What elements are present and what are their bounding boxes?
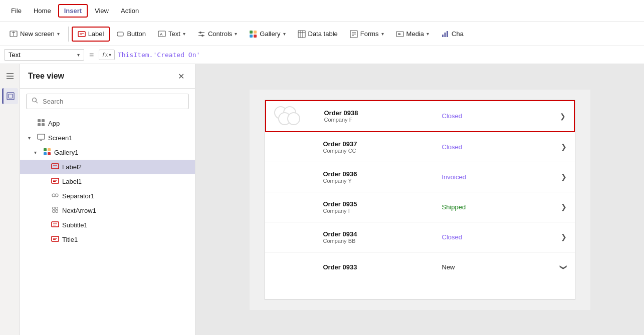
main-layout: Tree view ✕ [0, 64, 644, 335]
label-label: Label [88, 30, 104, 38]
label-button[interactable]: Label [72, 27, 110, 42]
svg-rect-38 [38, 123, 41, 126]
fx-button[interactable]: f x ▾ [99, 50, 115, 60]
row4-status: Shipped [442, 203, 556, 211]
menu-bar: File Home Insert View Action [0, 0, 644, 22]
button-toolbar-button[interactable]: Button [111, 27, 151, 41]
gallery-row-3[interactable]: Order 0936 Company Y Invoiced ❯ [265, 162, 575, 192]
new-screen-button[interactable]: New screen ▾ [4, 27, 65, 41]
tree-item-label: Screen1 [48, 134, 72, 142]
svg-rect-17 [298, 31, 305, 38]
svg-rect-27 [445, 33, 446, 37]
row4-info: Order 0935 Company I [323, 200, 437, 214]
tree-item-gallery1[interactable]: ▾ Gallery1 [20, 145, 195, 160]
layers-icon[interactable] [2, 88, 18, 104]
svg-line-35 [36, 102, 38, 104]
gallery-btn-icon [249, 30, 257, 38]
button-icon [116, 30, 124, 38]
row1-chevron-icon: ❯ [560, 112, 566, 120]
gallery-row-6[interactable]: Order 0933 New ❯ [265, 252, 575, 282]
tree-item-label: NextArrow1 [62, 207, 96, 214]
row4-company: Company I [323, 208, 437, 214]
menu-action[interactable]: Action [116, 5, 144, 17]
row3-info: Order 0936 Company Y [323, 170, 437, 184]
forms-label: Forms [360, 30, 379, 38]
gallery-row-5[interactable]: Order 0934 Company BB Closed ❯ [265, 222, 575, 252]
new-screen-label: New screen [20, 30, 55, 38]
svg-point-55 [56, 207, 58, 210]
media-button[interactable]: Media ▾ [390, 27, 435, 41]
bubbles-container [274, 106, 314, 126]
tree-title: Tree view [28, 72, 64, 81]
svg-point-34 [33, 98, 37, 102]
tree-panel: Tree view ✕ [20, 64, 195, 335]
gallery-row-2[interactable]: Order 0937 Company CC Closed ❯ [265, 132, 575, 162]
svg-rect-36 [38, 119, 41, 122]
svg-point-56 [53, 210, 55, 213]
hamburger-menu-icon[interactable] [2, 68, 18, 84]
svg-point-12 [201, 35, 203, 37]
svg-rect-32 [7, 93, 14, 100]
row6-chevron-icon: ❯ [560, 264, 568, 270]
media-chevron-icon: ▾ [426, 31, 429, 37]
search-box[interactable] [26, 94, 189, 109]
controls-label: Controls [208, 30, 232, 38]
tree-item-subtitle1[interactable]: Subtitle1 [20, 218, 195, 232]
equals-sign: = [87, 51, 96, 60]
controls-button[interactable]: Controls ▾ [192, 27, 243, 41]
search-input[interactable] [43, 98, 183, 105]
screen1-caret: ▾ [28, 135, 34, 141]
forms-button[interactable]: Forms ▾ [344, 27, 389, 41]
svg-point-11 [199, 32, 201, 34]
menu-view[interactable]: View [90, 5, 114, 17]
fx-x: x [105, 52, 108, 58]
row5-status: Closed [442, 233, 556, 241]
row1-order: Order 0938 [324, 109, 437, 117]
svg-point-53 [55, 194, 58, 197]
gallery-row-1[interactable]: Order 0938 Company F Closed ❯ [265, 100, 575, 132]
tree-item-label1[interactable]: Label1 [20, 174, 195, 189]
tree-item-label2[interactable]: Label2 [20, 160, 195, 174]
row1-company: Company F [324, 117, 437, 123]
tree-item-separator1[interactable]: Separator1 [20, 189, 195, 203]
tree-header: Tree view ✕ [20, 64, 195, 89]
tree-item-label: Label2 [62, 163, 82, 171]
nextarrow1-icon [51, 206, 59, 215]
data-table-button[interactable]: Data table [292, 27, 343, 41]
row4-order: Order 0935 [323, 200, 437, 208]
sidebar-icons [0, 64, 20, 335]
tree-item-nextarrow1[interactable]: NextArrow1 [20, 203, 195, 218]
menu-home[interactable]: Home [29, 5, 56, 17]
gallery-row-4[interactable]: Order 0935 Company I Shipped ❯ [265, 192, 575, 222]
toolbar-divider-1 [68, 27, 69, 42]
tree-item-label: Gallery1 [54, 149, 78, 156]
text-toolbar-button[interactable]: A Text ▾ [152, 27, 191, 41]
gallery-button[interactable]: Gallery ▾ [244, 27, 291, 41]
app-icon [37, 119, 45, 128]
tree-item-label: Separator1 [62, 192, 94, 200]
gallery-label: Gallery [260, 30, 280, 38]
menu-insert[interactable]: Insert [58, 4, 88, 18]
formula-expression[interactable]: ThisItem.'Created On' [118, 51, 200, 59]
svg-point-57 [56, 210, 58, 213]
property-dropdown-icon: ▾ [77, 52, 80, 58]
gallery-row-1-bubbles [274, 106, 319, 126]
menu-file[interactable]: File [6, 5, 27, 17]
property-select[interactable]: Text ▾ [4, 49, 84, 61]
charts-button[interactable]: Cha [436, 27, 469, 41]
row6-status: New [442, 263, 556, 271]
svg-rect-49 [52, 178, 59, 183]
tree-item-app[interactable]: App [20, 116, 195, 131]
tree-item-screen1[interactable]: ▾ Screen1 [20, 131, 195, 145]
charts-icon [441, 30, 449, 38]
button-label: Button [127, 30, 146, 38]
row5-info: Order 0934 Company BB [323, 230, 437, 244]
tree-close-button[interactable]: ✕ [175, 70, 187, 82]
tree-item-label: Label1 [62, 178, 82, 185]
tree-item-title1[interactable]: Title1 [20, 232, 195, 247]
tree-item-label: Subtitle1 [62, 221, 88, 229]
svg-rect-33 [9, 94, 13, 98]
svg-rect-14 [254, 31, 257, 34]
subtitle1-icon [51, 220, 59, 230]
fx-label: f [102, 51, 104, 59]
